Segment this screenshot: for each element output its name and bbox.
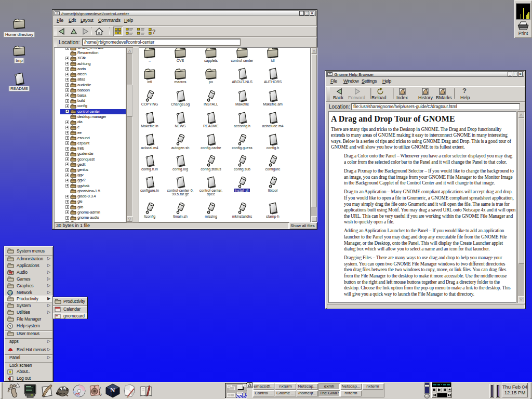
svg-text:♪: ♪ <box>99 385 101 391</box>
svg-text:N: N <box>110 386 115 394</box>
svg-text:♪: ♪ <box>100 392 102 397</box>
svg-text:?: ? <box>152 29 155 35</box>
svg-text:CD: CD <box>75 393 80 396</box>
